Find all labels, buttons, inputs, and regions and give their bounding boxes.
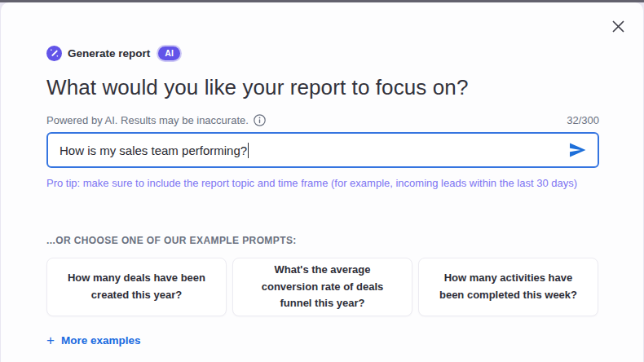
magic-wand-icon xyxy=(46,46,62,61)
pro-tip-text: Pro tip: make sure to include the report… xyxy=(46,177,599,189)
generate-report-modal: Generate report AI What would you like y… xyxy=(1,2,643,362)
plus-icon: + xyxy=(46,333,55,347)
more-examples-button[interactable]: + More examples xyxy=(46,333,140,347)
example-prompts-label: ...OR CHOOSE ONE OF OUR EXAMPLE PROMPTS: xyxy=(46,235,599,246)
ai-disclaimer-text: Powered by AI. Results may be inaccurate… xyxy=(46,114,249,126)
modal-header: Generate report AI xyxy=(46,46,599,61)
character-counter: 32/300 xyxy=(567,114,599,126)
text-caret xyxy=(248,143,249,158)
example-prompt-card-conversion-rate[interactable]: What's the average conversion rate of de… xyxy=(232,258,412,316)
example-prompt-card-activities-completed[interactable]: How many activities have been completed … xyxy=(418,258,598,316)
info-icon[interactable] xyxy=(254,114,266,126)
input-meta-row: Powered by AI. Results may be inaccurate… xyxy=(46,114,599,126)
send-button[interactable] xyxy=(567,139,588,161)
ai-badge: AI xyxy=(158,46,180,61)
report-focus-input[interactable]: How is my sales team performing? xyxy=(46,132,599,168)
example-prompt-card-deals-created[interactable]: How many deals have been created this ye… xyxy=(46,258,227,316)
more-examples-label: More examples xyxy=(61,334,141,347)
modal-content: Generate report AI What would you like y… xyxy=(46,2,599,348)
report-focus-input-value: How is my sales team performing? xyxy=(60,143,247,157)
page-title: What would you like your report to focus… xyxy=(46,75,599,100)
example-prompts-row: How many deals have been created this ye… xyxy=(46,258,599,316)
send-icon xyxy=(569,143,586,157)
ai-disclaimer: Powered by AI. Results may be inaccurate… xyxy=(46,114,266,126)
modal-title: Generate report xyxy=(68,47,150,60)
close-icon xyxy=(612,20,624,33)
close-button[interactable] xyxy=(609,17,627,35)
